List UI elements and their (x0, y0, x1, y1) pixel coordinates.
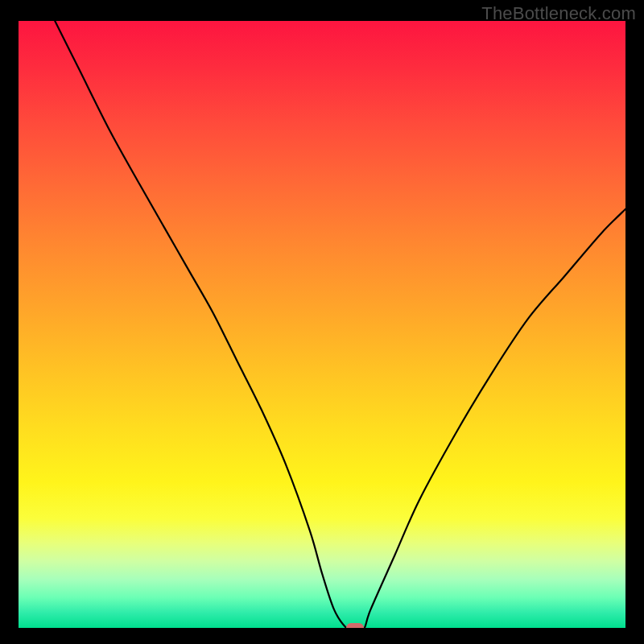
curve-layer (19, 21, 625, 628)
bottleneck-curve-path (55, 21, 625, 628)
plot-area (19, 21, 625, 628)
optimal-point-marker (346, 623, 364, 628)
chart-frame: TheBottleneck.com (0, 0, 644, 644)
